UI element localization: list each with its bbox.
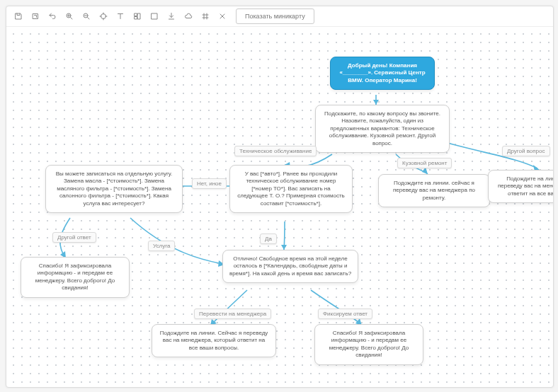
edge-tech[interactable]: Техническое обслуживание [234,146,317,156]
download-icon[interactable] [164,8,179,24]
node-root[interactable]: Добрый день! Компания «________». Сервис… [330,57,435,90]
node-text: У вас [*авто*]. Ранее вы проходили техни… [237,171,345,207]
mindmap-canvas[interactable]: Добрый день! Компания «________». Сервис… [6,27,553,387]
node-question[interactable]: Подскажите, по какому вопросу вы звоните… [315,105,450,153]
show-minimap-button[interactable]: Показать миникарту [236,8,314,24]
node-thanks2[interactable]: Спасибо! Я зафиксировала информацию - и … [314,324,423,365]
layout-icon[interactable] [130,8,145,24]
minimap-label: Показать миникарту [245,13,305,20]
svg-rect-4 [135,13,137,16]
node-to[interactable]: У вас [*авто*]. Ранее вы проходили техни… [229,165,353,213]
svg-marker-8 [373,100,379,105]
editor-panel: Показать миникарту [6,6,554,388]
svg-rect-6 [135,17,137,20]
edge-text: Перевести на менеджера [199,311,266,317]
node-wait[interactable]: Подождите на линии. Сейчас я переведу ва… [152,324,276,357]
svg-rect-7 [152,13,157,19]
svg-point-3 [101,14,106,19]
save-icon[interactable] [11,8,26,24]
grid-icon[interactable] [198,8,213,24]
fit-icon[interactable] [147,8,162,24]
export-icon[interactable] [28,8,43,24]
node-thanks1[interactable]: Спасибо! Я зафиксировала информацию - и … [21,257,130,298]
node-other[interactable]: Подождите на линии. Сейчас я переведу ва… [488,170,553,203]
edge-no[interactable]: Нет, иное [192,178,227,189]
zoom-in-icon[interactable] [62,8,77,24]
edge-text: Другой вопрос [507,148,545,154]
node-text: Подскажите, по какому вопросу вы звоните… [324,110,440,146]
edge-text: Услуга [153,243,170,249]
edge-text: Кузовной ремонт [402,160,447,166]
node-text: Вы можете записаться на отдельную услугу… [56,171,173,207]
node-text: Отлично! Свободное время на этой неделе … [229,255,351,277]
edge-text: Другой ответ [57,234,91,241]
node-body[interactable]: Подождите на линии. сейчас я переведу ва… [378,174,490,207]
node-services[interactable]: Вы можете записаться на отдельную услугу… [45,165,183,213]
edge-text: Фиксируем ответ [323,311,368,317]
target-icon[interactable] [96,8,111,24]
edge-other[interactable]: Другой вопрос [502,146,550,156]
edge-fix[interactable]: Фиксируем ответ [318,309,372,319]
delete-icon[interactable] [215,8,230,24]
node-text: Подождите на линии. Сейчас я переведу ва… [160,330,268,351]
edge-text: Нет, иное [197,180,222,187]
edge-body[interactable]: Кузовной ремонт [397,158,452,168]
zoom-out-icon[interactable] [79,8,94,24]
edge-text: Да [265,236,272,242]
edge-yes[interactable]: Да [260,234,277,244]
node-text: Спасибо! Я зафиксировала информацию - и … [329,330,409,358]
node-text: Добрый день! Компания «________». Сервис… [339,62,425,83]
node-text: Подождите на линии. сейчас я переведу ва… [393,180,475,201]
toolbar: Показать миникарту [6,6,553,27]
svg-rect-0 [33,14,38,19]
text-tool-icon[interactable] [113,8,128,24]
svg-rect-5 [138,13,141,19]
svg-marker-13 [281,245,287,250]
edge-ans[interactable]: Другой ответ [52,232,96,243]
edge-text: Техническое обслуживание [239,148,312,154]
undo-icon[interactable] [45,8,60,24]
edge-svc[interactable]: Услуга [148,241,175,251]
node-text: Подождите на линии. Сейчас я переведу ва… [498,175,553,197]
node-text: Спасибо! Я зафиксировала информацию - и … [35,263,115,291]
node-calendar[interactable]: Отлично! Свободное время на этой неделе … [222,250,358,283]
cloud-icon[interactable] [181,8,196,24]
edge-mgr[interactable]: Перевести на менеджера [194,309,271,319]
